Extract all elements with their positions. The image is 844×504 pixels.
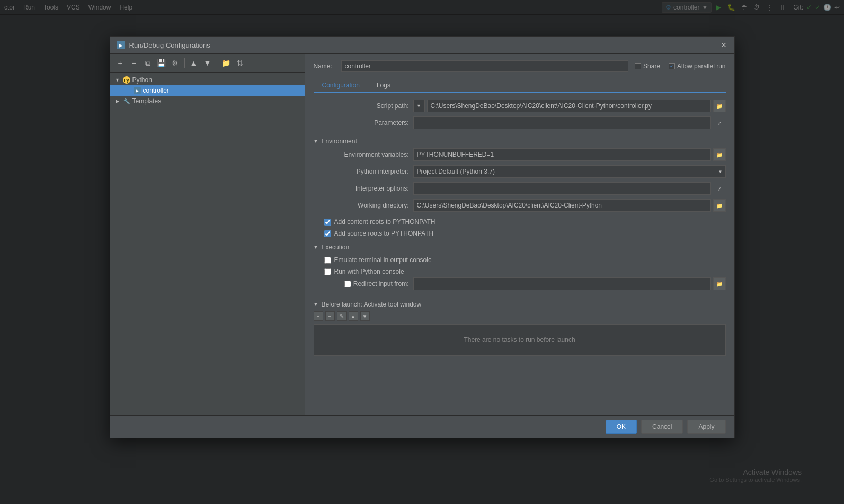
name-input[interactable]: [341, 60, 629, 72]
working-dir-input[interactable]: [413, 199, 711, 212]
script-path-dropdown-btn[interactable]: ▼: [413, 100, 425, 112]
python-interpreter-label: Python interpreter:: [314, 168, 409, 175]
before-launch-section: ▼ Before launch: Activate tool window + …: [314, 301, 726, 356]
close-button[interactable]: ✕: [719, 41, 728, 49]
script-path-input-wrap: ▼ 📁: [413, 100, 726, 112]
emulate-terminal-row: Emulate terminal in output console: [324, 256, 726, 264]
python-toggle-icon[interactable]: ▼: [114, 77, 121, 83]
before-launch-up-btn[interactable]: ▲: [349, 311, 358, 321]
move-up-button[interactable]: ▲: [188, 57, 200, 69]
add-source-roots-row: Add source roots to PYTHONPATH: [324, 230, 726, 237]
remove-config-button[interactable]: −: [128, 57, 140, 69]
folder-button[interactable]: 📁: [220, 57, 232, 69]
before-launch-label: Before launch: Activate tool window: [321, 301, 421, 308]
dialog-icon: ▶: [117, 41, 125, 49]
ok-button[interactable]: OK: [606, 420, 637, 434]
redirect-input-input[interactable]: [413, 277, 711, 290]
execution-section-header[interactable]: ▼ Execution: [314, 244, 726, 251]
dialog-title-bar: ▶ Run/Debug Configurations ✕: [110, 37, 734, 54]
controller-config-icon: ▶: [134, 87, 141, 94]
before-launch-edit-btn[interactable]: ✎: [337, 311, 347, 321]
name-label: Name:: [314, 62, 335, 70]
share-checkbox-box[interactable]: [635, 63, 641, 69]
redirect-input-label-wrap: Redirect input from:: [314, 280, 409, 287]
script-path-row: Script path: ▼ 📁: [314, 100, 726, 112]
allow-parallel-label[interactable]: ✓ Allow parallel run: [669, 62, 725, 70]
tree-controller-item[interactable]: ▶ ▶ controller: [110, 85, 305, 96]
before-launch-header: ▼ Before launch: Activate tool window: [314, 301, 726, 308]
before-launch-remove-btn[interactable]: −: [325, 311, 335, 321]
redirect-input-browse-btn[interactable]: 📁: [713, 277, 726, 290]
copy-config-button[interactable]: ⧉: [142, 57, 154, 69]
templates-icon: 🔧: [123, 97, 130, 105]
redirect-input-label[interactable]: Redirect input from:: [353, 280, 409, 287]
redirect-input-checkbox[interactable]: [344, 281, 351, 287]
emulate-terminal-checkbox[interactable]: [324, 257, 331, 264]
templates-toggle-icon[interactable]: ▶: [114, 98, 121, 104]
emulate-terminal-label[interactable]: Emulate terminal in output console: [334, 256, 432, 264]
tree-python-group[interactable]: ▼ Py Python: [110, 75, 305, 85]
add-content-roots-checkbox[interactable]: [324, 219, 331, 226]
apply-button[interactable]: Apply: [687, 420, 725, 434]
dialog-title-left: ▶ Run/Debug Configurations: [117, 41, 210, 49]
redirect-input-row: Redirect input from: 📁: [314, 277, 726, 290]
execution-section-label: Execution: [321, 244, 349, 251]
right-panel: Name: Share ✓ Allow parallel run: [305, 54, 734, 415]
parameters-input-wrap: ⤢: [413, 116, 726, 129]
allow-parallel-text: Allow parallel run: [677, 62, 725, 70]
python-group-icon: Py: [123, 76, 130, 84]
add-source-roots-label[interactable]: Add source roots to PYTHONPATH: [334, 230, 434, 237]
before-launch-down-btn[interactable]: ▼: [360, 311, 370, 321]
tree-templates-item[interactable]: ▶ 🔧 Templates: [110, 96, 305, 106]
share-area: Share ✓ Allow parallel run: [635, 62, 725, 70]
name-row: Name: Share ✓ Allow parallel run: [314, 60, 726, 72]
sort-button[interactable]: ⇅: [234, 57, 246, 69]
tab-logs[interactable]: Logs: [368, 78, 399, 93]
environment-section-label: Environment: [321, 138, 357, 145]
no-tasks-label: There are no tasks to run before launch: [464, 336, 575, 344]
share-checkbox-label[interactable]: Share: [635, 62, 660, 70]
before-launch-add-btn[interactable]: +: [314, 311, 323, 321]
toolbar-divider: [184, 58, 185, 68]
script-path-browse-btn[interactable]: 📁: [713, 100, 726, 112]
tabs-row: Configuration Logs: [314, 78, 726, 93]
allow-parallel-checkbox[interactable]: ✓: [669, 63, 675, 69]
save-config-button[interactable]: 💾: [156, 57, 167, 69]
dialog-body: + − ⧉ 💾 ⚙ ▲ ▼ 📁 ⇅ ▼ Py: [110, 54, 734, 415]
python-interpreter-row: Python interpreter: Project Default (Pyt…: [314, 165, 726, 178]
parameters-row: Parameters: ⤢: [314, 116, 726, 129]
interpreter-options-expand-btn[interactable]: ⤢: [713, 182, 726, 195]
execution-toggle-icon: ▼: [314, 245, 318, 250]
env-vars-input-wrap: 📁: [413, 148, 726, 161]
parameters-input[interactable]: [413, 116, 711, 129]
redirect-input-wrap: 📁: [413, 277, 726, 290]
tree-area: ▼ Py Python ▶ ▶ controller ▶ 🔧 Templa: [110, 73, 305, 415]
interpreter-options-label: Interpreter options:: [314, 185, 409, 192]
python-interpreter-wrap: Project Default (Python 3.7) ▼: [413, 165, 726, 178]
add-source-roots-checkbox[interactable]: [324, 230, 331, 237]
parameters-expand-btn[interactable]: ⤢: [713, 116, 726, 129]
env-vars-input[interactable]: [413, 148, 711, 161]
env-vars-row: Environment variables: 📁: [314, 148, 726, 161]
run-python-console-row: Run with Python console: [324, 268, 726, 275]
interpreter-options-input[interactable]: [413, 182, 711, 195]
add-content-roots-label[interactable]: Add content roots to PYTHONPATH: [334, 218, 436, 226]
python-interpreter-select[interactable]: Project Default (Python 3.7): [413, 165, 726, 178]
run-debug-dialog: ▶ Run/Debug Configurations ✕ + − ⧉ 💾 ⚙ ▲…: [110, 36, 735, 438]
tab-configuration[interactable]: Configuration: [314, 78, 368, 93]
script-path-input[interactable]: [427, 100, 711, 112]
run-python-console-checkbox[interactable]: [324, 268, 331, 275]
cancel-button[interactable]: Cancel: [641, 420, 683, 434]
left-toolbar: + − ⧉ 💾 ⚙ ▲ ▼ 📁 ⇅: [110, 54, 305, 73]
before-launch-content: There are no tasks to run before launch: [314, 324, 726, 356]
env-vars-browse-btn[interactable]: 📁: [713, 148, 726, 161]
env-vars-label: Environment variables:: [314, 151, 409, 158]
share-label: Share: [643, 62, 660, 70]
run-python-console-label[interactable]: Run with Python console: [334, 268, 404, 275]
working-dir-browse-btn[interactable]: 📁: [713, 199, 726, 212]
add-config-button[interactable]: +: [114, 57, 126, 69]
working-dir-wrap: 📁: [413, 199, 726, 212]
settings-config-button[interactable]: ⚙: [170, 57, 181, 69]
move-down-button[interactable]: ▼: [202, 57, 214, 69]
environment-section-header[interactable]: ▼ Environment: [314, 138, 726, 145]
